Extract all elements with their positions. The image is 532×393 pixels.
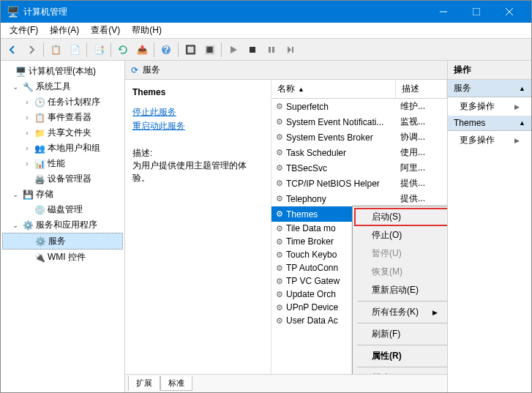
tree-performance[interactable]: ›📊性能	[2, 156, 123, 171]
service-row[interactable]: ⚙Task Scheduler使用...	[271, 145, 447, 160]
tree-services-apps[interactable]: ⌄⚙️服务和应用程序	[2, 217, 123, 233]
action-section-services[interactable]: 服务▲	[448, 80, 531, 97]
view-tabs: 扩展 标准	[125, 374, 447, 392]
help-button[interactable]: ?	[157, 41, 175, 59]
service-name-label: Touch Keybo	[286, 250, 337, 260]
context-properties[interactable]: 属性(R)	[354, 347, 447, 365]
back-button[interactable]	[4, 41, 21, 59]
context-restart[interactable]: 重新启动(E)	[354, 281, 447, 299]
service-row[interactable]: ⚙TCP/IP NetBIOS Helper提供...	[271, 176, 447, 191]
column-name[interactable]: 名称▲	[271, 80, 396, 98]
service-row[interactable]: ⚙Telephony提供...	[271, 191, 447, 206]
menu-view[interactable]: 查看(V)	[85, 23, 126, 38]
gear-icon: ⚙	[276, 277, 283, 286]
context-stop[interactable]: 停止(O)	[354, 226, 447, 244]
stop-service-link[interactable]: 停止此服务	[132, 106, 263, 119]
menu-action[interactable]: 操作(A)	[44, 23, 85, 38]
tree-wmi[interactable]: 🔌WMI 控件	[2, 250, 123, 265]
gear-icon: ⚙	[276, 163, 283, 173]
service-row[interactable]: ⚙System Event Notificati...监视...	[271, 114, 447, 130]
forward-button[interactable]	[23, 41, 40, 59]
clock-icon: 🕒	[34, 97, 45, 108]
tab-extended[interactable]: 扩展	[128, 376, 160, 391]
actions-header: 操作	[448, 61, 531, 80]
tab-standard[interactable]: 标准	[160, 376, 192, 391]
selected-service-name: Themes	[132, 87, 263, 97]
service-row[interactable]: ⚙System Events Broker协调...	[271, 130, 447, 145]
maximize-button[interactable]	[460, 1, 492, 23]
context-help[interactable]: 帮助(H)	[354, 369, 447, 374]
refresh-button[interactable]	[114, 41, 132, 59]
service-name-label: TP VC Gatew	[286, 276, 340, 286]
show-hide-tree-button[interactable]: 📋	[47, 41, 64, 59]
context-resume[interactable]: 恢复(M)	[354, 263, 447, 281]
action-section-themes[interactable]: Themes▲	[448, 116, 531, 131]
gear-icon: ⚙	[276, 102, 283, 111]
gear-icon: ⚙	[276, 316, 283, 326]
gear-icon: ⚙	[276, 263, 283, 273]
restart-button[interactable]	[282, 41, 299, 59]
svg-text:?: ?	[163, 45, 168, 55]
wrench-icon: 🔧	[22, 81, 34, 93]
export-list-button[interactable]: 📤	[133, 41, 151, 59]
context-pause[interactable]: 暂停(U)	[354, 244, 447, 263]
stop-button[interactable]	[244, 41, 261, 59]
storage-icon: 💾	[22, 189, 34, 201]
pause-button[interactable]	[263, 41, 280, 59]
export-button[interactable]: 📑	[90, 41, 108, 59]
service-row[interactable]: ⚙Superfetch维护...	[271, 99, 447, 114]
sort-asc-icon: ▲	[298, 86, 304, 93]
service-name-label: Themes	[286, 209, 318, 220]
properties-button[interactable]: 📄	[66, 41, 83, 59]
menu-help[interactable]: 帮助(H)	[126, 23, 168, 38]
chevron-right-icon: ▶	[514, 103, 520, 111]
minimize-button[interactable]	[427, 1, 460, 23]
close-button[interactable]	[492, 1, 525, 23]
tree-system-tools[interactable]: ⌄🔧系统工具	[2, 79, 123, 94]
service-row[interactable]: ⚙TBSecSvc阿里...	[271, 160, 447, 176]
gear-icon: ⚙	[276, 303, 283, 312]
service-name-label: Task Scheduler	[286, 148, 346, 158]
svg-rect-8	[272, 47, 274, 53]
tree-task-scheduler[interactable]: ›🕒任务计划程序	[2, 94, 123, 110]
service-name-label: User Data Ac	[286, 315, 338, 326]
titlebar: 🖥️ 计算机管理	[1, 1, 531, 23]
context-all-tasks[interactable]: 所有任务(K)▶	[354, 303, 447, 321]
service-name-label: System Event Notificati...	[286, 117, 383, 127]
tree-disk-mgmt[interactable]: 💿磁盘管理	[2, 202, 123, 217]
filter2-button[interactable]: 🔳	[201, 41, 218, 59]
context-refresh[interactable]: 刷新(F)	[354, 325, 447, 343]
detail-panel: Themes 停止此服务 重启动此服务 描述: 为用户提供使用主题管理的体验。	[125, 80, 271, 374]
service-name-label: TBSecSvc	[286, 163, 327, 173]
tree-shared-folders[interactable]: ›📁共享文件夹	[2, 125, 123, 141]
service-name-label: Telephony	[286, 194, 326, 204]
menubar: 文件(F) 操作(A) 查看(V) 帮助(H)	[1, 23, 531, 39]
services-title: 服务	[143, 64, 160, 76]
tree-root[interactable]: 🖥️计算机管理(本地)	[2, 64, 123, 79]
service-desc-label: 使用...	[400, 146, 425, 159]
tree-local-users[interactable]: ›👥本地用户和组	[2, 141, 123, 156]
tree-services[interactable]: ⚙️服务	[2, 233, 123, 250]
action-more-themes[interactable]: 更多操作▶	[448, 131, 531, 149]
gear-icon: ⚙️	[34, 236, 46, 247]
service-name-label: UPnP Device	[286, 302, 338, 312]
gear-icon: ⚙	[276, 132, 283, 142]
services-list: 名称▲ 描述 ⚙Superfetch维护...⚙System Event Not…	[271, 80, 447, 374]
gear-icon: ⚙	[276, 237, 283, 247]
tree-panel: 🖥️计算机管理(本地) ⌄🔧系统工具 ›🕒任务计划程序 ›📋事件查看器 ›📁共享…	[1, 61, 125, 392]
restart-service-link[interactable]: 重启动此服务	[132, 120, 263, 132]
tree-event-viewer[interactable]: ›📋事件查看器	[2, 110, 123, 125]
play-button[interactable]	[225, 41, 242, 59]
service-desc-label: 阿里...	[400, 162, 425, 174]
column-desc[interactable]: 描述	[396, 80, 447, 98]
menu-file[interactable]: 文件(F)	[4, 23, 44, 38]
filter-button[interactable]: 🔲	[181, 41, 199, 59]
context-start[interactable]: 启动(S)	[354, 208, 447, 226]
tree-device-manager[interactable]: 🖨️设备管理器	[2, 171, 123, 187]
perf-icon: 📊	[34, 158, 45, 170]
tree-storage[interactable]: ⌄💾存储	[2, 187, 123, 202]
service-name-label: System Events Broker	[286, 132, 373, 143]
chevron-right-icon: ▶	[432, 309, 438, 316]
action-more-services[interactable]: 更多操作▶	[448, 97, 531, 116]
window-title: 计算机管理	[23, 6, 427, 18]
